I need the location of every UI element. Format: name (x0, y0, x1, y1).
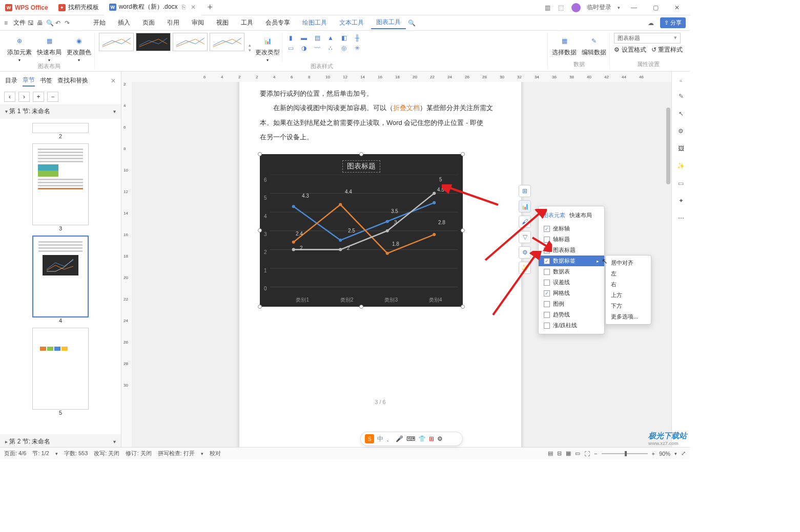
tab-sync-icon[interactable]: ⎘ (180, 4, 187, 11)
chart-stock-icon[interactable]: ╫ (352, 33, 362, 43)
label-position-option[interactable]: 居中对齐 (606, 258, 651, 268)
tab-templates[interactable]: ✦ 找稻壳模板 (53, 0, 104, 15)
view-full-icon[interactable]: ⛶ (584, 451, 590, 457)
view-read-icon[interactable]: ▭ (575, 450, 580, 457)
sparkle-icon[interactable]: ✦ (676, 196, 686, 205)
menu-chart-tools[interactable]: 图表工具 (371, 16, 406, 29)
tab-document[interactable]: W word教程（新）.docx ⎘ ✕ (104, 0, 202, 15)
chart-element-option[interactable]: ✓数据标签▸ (539, 256, 604, 266)
ime-lang[interactable]: 中 (377, 435, 383, 443)
reset-style-button[interactable]: ↺ 重置样式 (651, 46, 683, 54)
ai-icon[interactable]: ✨ (676, 161, 686, 171)
ime-mic-icon[interactable]: 🎤 (396, 435, 403, 442)
menu-insert[interactable]: 插入 (113, 17, 135, 29)
chart-element-option[interactable]: 轴标题 (539, 234, 604, 245)
cloud-icon[interactable]: ☁ (648, 19, 655, 27)
chart-ai-button[interactable]: ✨ (519, 262, 531, 274)
book-icon[interactable]: ▭ (676, 179, 686, 188)
chart-element-option[interactable]: 图例 (539, 299, 604, 309)
sidebar-tab-bookmarks[interactable]: 书签 (40, 75, 52, 86)
chart-settings-button[interactable]: ⚙ (519, 246, 531, 259)
label-position-option[interactable]: 上方 (606, 290, 651, 301)
edit-data-button[interactable]: ✎ 编辑数据 (582, 33, 606, 57)
ime-gear-icon[interactable]: ⚙ (437, 435, 443, 442)
zoom-slider[interactable] (602, 453, 648, 454)
chart-barh-icon[interactable]: ▭ (285, 43, 296, 53)
view-web-icon[interactable]: ▦ (566, 450, 571, 457)
chart-title[interactable]: 图表标题 (342, 160, 380, 173)
chart-style-2[interactable] (136, 33, 171, 51)
window-minimize[interactable]: — (626, 4, 642, 11)
label-position-option[interactable]: 下方 (606, 301, 651, 311)
preview-icon[interactable]: 🔍 (46, 19, 53, 27)
chart-styles-button[interactable]: 📊 (519, 200, 531, 212)
label-position-option[interactable]: 右 (606, 279, 651, 290)
chart-element-option[interactable]: 趋势线 (539, 309, 604, 320)
page-thumb[interactable] (32, 143, 89, 225)
cube-icon[interactable]: ⬚ (558, 4, 565, 11)
search-icon[interactable]: 🔍 (408, 19, 415, 27)
sidebar-tab-toc[interactable]: 目录 (5, 75, 17, 86)
status-proof[interactable]: 校对 (210, 450, 221, 457)
popup-tab-elements[interactable]: 图表元素 (543, 210, 565, 220)
panel-icon[interactable]: ▥ (545, 4, 552, 11)
chart-area-icon[interactable]: ▲ (325, 33, 336, 43)
status-track[interactable]: 改写: 关闭 (94, 450, 119, 457)
nav-add[interactable]: + (33, 92, 44, 102)
chart-object[interactable]: 图表标题 6543210 类别 (260, 154, 463, 307)
nav-prev[interactable]: ‹ (4, 92, 15, 102)
chart-radar-icon[interactable]: ✳ (352, 43, 362, 53)
page-thumb-current[interactable] (32, 236, 89, 317)
page-thumb[interactable] (32, 123, 89, 133)
zoom-out[interactable]: − (594, 451, 597, 457)
menu-start[interactable]: 开始 (88, 17, 111, 29)
nav-remove[interactable]: − (47, 92, 58, 102)
chart-stack-icon[interactable]: ▤ (312, 33, 322, 43)
nav-next[interactable]: › (18, 92, 30, 102)
chart-element-option[interactable]: 涨/跌柱线 (539, 320, 604, 331)
sogou-icon[interactable]: S (365, 434, 374, 443)
view-outline-icon[interactable]: ⊟ (557, 450, 562, 457)
page-thumb[interactable] (32, 328, 89, 410)
undo-icon[interactable]: ↶ (55, 19, 63, 27)
label-position-option[interactable]: 更多选项... (606, 311, 651, 322)
chart-element-option[interactable]: ✓坐标轴 (539, 223, 604, 234)
document-canvas[interactable]: 的方式，请单击该图片，图片旁边将会显示布局选项按钮。当处理表格时，单击 要添加行… (132, 82, 671, 449)
ime-toolbar[interactable]: S 中 、 🎤 ⌨ 👕 ⊞ ⚙ (360, 432, 463, 446)
menu-draw-tools[interactable]: 绘图工具 (297, 17, 332, 29)
ime-keyboard-icon[interactable]: ⌨ (406, 435, 415, 442)
window-maximize[interactable]: ▢ (648, 4, 663, 11)
menu-review[interactable]: 审阅 (187, 17, 209, 29)
chart-elements-button[interactable]: ⊞ (519, 185, 531, 197)
edit-icon[interactable]: ✎ (676, 92, 686, 101)
sidebar-tab-find[interactable]: 查找和替换 (57, 75, 88, 86)
zoom-level[interactable]: 90% (659, 451, 670, 457)
ime-person-icon[interactable]: 👕 (418, 435, 426, 442)
save-icon[interactable]: 🖫 (28, 19, 35, 27)
select-data-button[interactable]: ▦ 选择数据 (552, 33, 577, 57)
share-button[interactable]: ⇪ 分享 (660, 17, 686, 28)
tab-close-icon[interactable]: ✕ (190, 4, 197, 11)
file-menu[interactable]: 文件 (13, 18, 26, 27)
menu-tools[interactable]: 工具 (236, 17, 258, 29)
chart-element-option[interactable]: ✓网格线 (539, 288, 604, 299)
avatar[interactable] (571, 3, 581, 12)
settings-icon[interactable]: ⚙ (676, 126, 686, 136)
format-button[interactable]: ⚙ 设置格式 (614, 46, 646, 54)
chart-filter-button[interactable]: ▽ (519, 231, 531, 243)
ime-punct[interactable]: 、 (386, 435, 393, 443)
chart-element-option[interactable]: ✓图表标题 (539, 245, 604, 256)
chart-style-4[interactable] (210, 33, 244, 51)
tab-home[interactable]: W WPS Office (0, 0, 53, 15)
chart-element-option[interactable]: 数据表 (539, 266, 604, 277)
login-label[interactable]: 临时登录 (587, 3, 611, 12)
status-spell[interactable]: 拼写检查: 打开 (158, 450, 195, 457)
quick-layout-button[interactable]: ▦ 快速布局▾ (37, 33, 61, 62)
scrollbar-vertical[interactable] (665, 82, 671, 446)
sidebar-tab-chapters[interactable]: 章节 (23, 75, 35, 87)
chart-donut-icon[interactable]: ◎ (339, 43, 349, 53)
chart-col-icon[interactable]: ▬ (299, 33, 309, 43)
menu-member[interactable]: 会员专享 (260, 17, 295, 29)
redo-icon[interactable]: ↷ (65, 19, 72, 27)
chart-scatter-icon[interactable]: ∴ (325, 43, 336, 53)
